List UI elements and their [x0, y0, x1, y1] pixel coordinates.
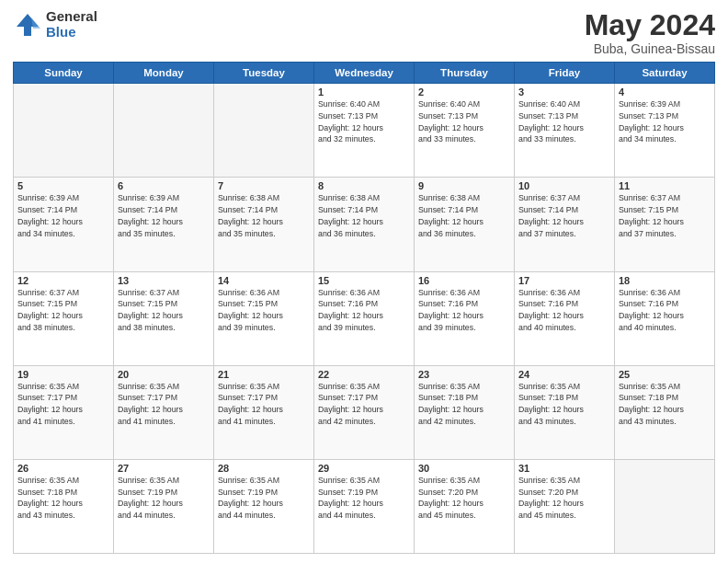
- table-row: 15Sunrise: 6:36 AM Sunset: 7:16 PM Dayli…: [314, 271, 415, 365]
- title-month: May 2024: [585, 9, 715, 41]
- day-number: 17: [518, 275, 610, 286]
- col-friday: Friday: [515, 63, 615, 84]
- day-number: 2: [418, 86, 510, 98]
- day-number: 15: [318, 275, 410, 286]
- calendar-week-row: 5Sunrise: 6:39 AM Sunset: 7:14 PM Daylig…: [14, 178, 715, 271]
- day-info: Sunrise: 6:37 AM Sunset: 7:15 PM Dayligh…: [118, 287, 210, 334]
- logo: General Blue: [13, 9, 97, 40]
- table-row: [14, 84, 114, 178]
- table-row: 19Sunrise: 6:35 AM Sunset: 7:17 PM Dayli…: [14, 365, 114, 459]
- table-row: 31Sunrise: 6:35 AM Sunset: 7:20 PM Dayli…: [515, 459, 615, 553]
- day-number: 18: [619, 275, 711, 286]
- day-number: 19: [17, 369, 109, 380]
- header: General Blue May 2024 Buba, Guinea-Bissa…: [13, 9, 715, 56]
- table-row: [114, 84, 214, 178]
- table-row: 27Sunrise: 6:35 AM Sunset: 7:19 PM Dayli…: [114, 459, 214, 553]
- col-thursday: Thursday: [415, 63, 515, 84]
- day-info: Sunrise: 6:37 AM Sunset: 7:15 PM Dayligh…: [619, 192, 711, 239]
- day-info: Sunrise: 6:36 AM Sunset: 7:16 PM Dayligh…: [619, 287, 711, 334]
- day-info: Sunrise: 6:38 AM Sunset: 7:14 PM Dayligh…: [218, 192, 310, 239]
- day-info: Sunrise: 6:38 AM Sunset: 7:14 PM Dayligh…: [318, 192, 410, 239]
- table-row: 21Sunrise: 6:35 AM Sunset: 7:17 PM Dayli…: [214, 365, 314, 459]
- day-number: 21: [218, 369, 310, 380]
- table-row: 9Sunrise: 6:38 AM Sunset: 7:14 PM Daylig…: [415, 178, 515, 271]
- title-location: Buba, Guinea-Bissau: [585, 41, 715, 56]
- col-saturday: Saturday: [615, 63, 715, 84]
- table-row: 25Sunrise: 6:35 AM Sunset: 7:18 PM Dayli…: [615, 365, 715, 459]
- table-row: 2Sunrise: 6:40 AM Sunset: 7:13 PM Daylig…: [415, 84, 515, 178]
- table-row: 14Sunrise: 6:36 AM Sunset: 7:15 PM Dayli…: [214, 271, 314, 365]
- day-number: 23: [418, 369, 510, 380]
- day-number: 29: [318, 463, 410, 474]
- day-number: 16: [418, 275, 510, 286]
- day-info: Sunrise: 6:37 AM Sunset: 7:14 PM Dayligh…: [518, 192, 610, 239]
- day-info: Sunrise: 6:35 AM Sunset: 7:17 PM Dayligh…: [17, 381, 109, 428]
- day-info: Sunrise: 6:35 AM Sunset: 7:18 PM Dayligh…: [17, 475, 109, 522]
- table-row: 29Sunrise: 6:35 AM Sunset: 7:19 PM Dayli…: [314, 459, 415, 553]
- day-info: Sunrise: 6:36 AM Sunset: 7:15 PM Dayligh…: [218, 287, 310, 334]
- day-info: Sunrise: 6:35 AM Sunset: 7:17 PM Dayligh…: [118, 381, 210, 428]
- table-row: 16Sunrise: 6:36 AM Sunset: 7:16 PM Dayli…: [415, 271, 515, 365]
- day-info: Sunrise: 6:35 AM Sunset: 7:20 PM Dayligh…: [418, 475, 510, 522]
- title-block: May 2024 Buba, Guinea-Bissau: [585, 9, 715, 56]
- table-row: 17Sunrise: 6:36 AM Sunset: 7:16 PM Dayli…: [515, 271, 615, 365]
- day-number: 24: [518, 369, 610, 380]
- day-info: Sunrise: 6:37 AM Sunset: 7:15 PM Dayligh…: [17, 287, 109, 334]
- day-number: 13: [118, 275, 210, 286]
- col-sunday: Sunday: [14, 63, 114, 84]
- day-info: Sunrise: 6:35 AM Sunset: 7:17 PM Dayligh…: [218, 381, 310, 428]
- calendar-week-row: 1Sunrise: 6:40 AM Sunset: 7:13 PM Daylig…: [14, 84, 715, 178]
- col-wednesday: Wednesday: [314, 63, 415, 84]
- day-number: 31: [518, 463, 610, 474]
- day-number: 30: [418, 463, 510, 474]
- day-number: 12: [17, 275, 109, 286]
- day-number: 5: [17, 180, 109, 191]
- day-number: 3: [518, 86, 610, 98]
- day-info: Sunrise: 6:35 AM Sunset: 7:19 PM Dayligh…: [218, 475, 310, 522]
- table-row: [214, 84, 314, 178]
- day-info: Sunrise: 6:36 AM Sunset: 7:16 PM Dayligh…: [518, 287, 610, 334]
- table-row: 3Sunrise: 6:40 AM Sunset: 7:13 PM Daylig…: [515, 84, 615, 178]
- table-row: 28Sunrise: 6:35 AM Sunset: 7:19 PM Dayli…: [214, 459, 314, 553]
- day-number: 6: [118, 180, 210, 191]
- table-row: 1Sunrise: 6:40 AM Sunset: 7:13 PM Daylig…: [314, 84, 415, 178]
- day-info: Sunrise: 6:35 AM Sunset: 7:20 PM Dayligh…: [518, 475, 610, 522]
- col-monday: Monday: [114, 63, 214, 84]
- day-info: Sunrise: 6:35 AM Sunset: 7:19 PM Dayligh…: [318, 475, 410, 522]
- logo-general-text: General: [46, 9, 97, 25]
- table-row: 8Sunrise: 6:38 AM Sunset: 7:14 PM Daylig…: [314, 178, 415, 271]
- table-row: 24Sunrise: 6:35 AM Sunset: 7:18 PM Dayli…: [515, 365, 615, 459]
- calendar-week-row: 12Sunrise: 6:37 AM Sunset: 7:15 PM Dayli…: [14, 271, 715, 365]
- logo-blue-text: Blue: [46, 25, 97, 40]
- table-row: 12Sunrise: 6:37 AM Sunset: 7:15 PM Dayli…: [14, 271, 114, 365]
- day-number: 10: [518, 180, 610, 191]
- day-number: 4: [619, 86, 711, 98]
- day-number: 25: [619, 369, 711, 380]
- table-row: 4Sunrise: 6:39 AM Sunset: 7:13 PM Daylig…: [615, 84, 715, 178]
- day-number: 1: [318, 86, 410, 98]
- day-info: Sunrise: 6:40 AM Sunset: 7:13 PM Dayligh…: [518, 98, 610, 145]
- day-info: Sunrise: 6:40 AM Sunset: 7:13 PM Dayligh…: [418, 98, 510, 145]
- table-row: 7Sunrise: 6:38 AM Sunset: 7:14 PM Daylig…: [214, 178, 314, 271]
- table-row: 13Sunrise: 6:37 AM Sunset: 7:15 PM Dayli…: [114, 271, 214, 365]
- page: General Blue May 2024 Buba, Guinea-Bissa…: [0, 0, 728, 563]
- day-info: Sunrise: 6:40 AM Sunset: 7:13 PM Dayligh…: [318, 98, 410, 145]
- table-row: 22Sunrise: 6:35 AM Sunset: 7:17 PM Dayli…: [314, 365, 415, 459]
- table-row: 11Sunrise: 6:37 AM Sunset: 7:15 PM Dayli…: [615, 178, 715, 271]
- calendar-table: Sunday Monday Tuesday Wednesday Thursday…: [13, 62, 715, 554]
- day-info: Sunrise: 6:35 AM Sunset: 7:18 PM Dayligh…: [418, 381, 510, 428]
- day-info: Sunrise: 6:39 AM Sunset: 7:14 PM Dayligh…: [118, 192, 210, 239]
- day-number: 7: [218, 180, 310, 191]
- logo-text: General Blue: [46, 9, 97, 40]
- day-number: 9: [418, 180, 510, 191]
- table-row: 5Sunrise: 6:39 AM Sunset: 7:14 PM Daylig…: [14, 178, 114, 271]
- table-row: 6Sunrise: 6:39 AM Sunset: 7:14 PM Daylig…: [114, 178, 214, 271]
- day-info: Sunrise: 6:35 AM Sunset: 7:17 PM Dayligh…: [318, 381, 410, 428]
- day-info: Sunrise: 6:39 AM Sunset: 7:13 PM Dayligh…: [619, 98, 711, 145]
- day-info: Sunrise: 6:38 AM Sunset: 7:14 PM Dayligh…: [418, 192, 510, 239]
- table-row: 10Sunrise: 6:37 AM Sunset: 7:14 PM Dayli…: [515, 178, 615, 271]
- table-row: 26Sunrise: 6:35 AM Sunset: 7:18 PM Dayli…: [14, 459, 114, 553]
- table-row: 30Sunrise: 6:35 AM Sunset: 7:20 PM Dayli…: [415, 459, 515, 553]
- day-number: 11: [619, 180, 711, 191]
- day-number: 28: [218, 463, 310, 474]
